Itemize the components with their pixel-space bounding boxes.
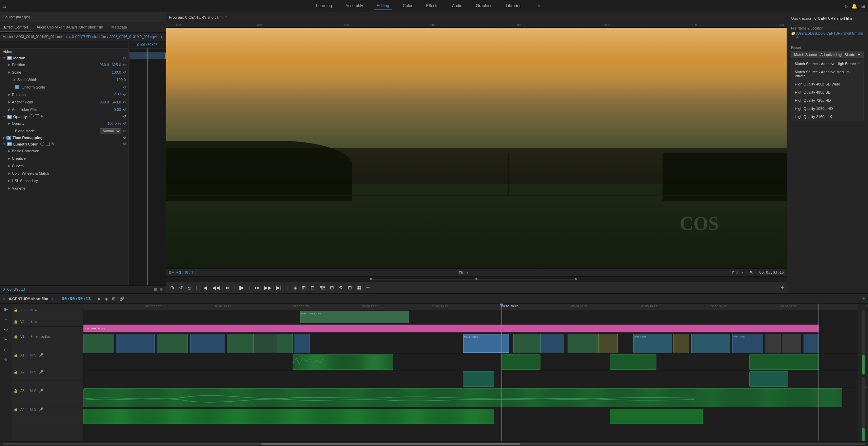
v1-clip-10[interactable]	[568, 334, 598, 353]
v1-clip-1[interactable]	[116, 334, 155, 353]
timeline-play-btn[interactable]: ▶	[96, 296, 102, 302]
select-tool[interactable]: ▶	[2, 305, 10, 313]
rate-stretch-tool[interactable]: ⇔	[2, 325, 10, 333]
add-button-timeline[interactable]: +	[862, 296, 865, 302]
position-bar[interactable]	[166, 276, 787, 281]
add-button-monitor[interactable]: +	[781, 285, 784, 291]
v1-clip-15[interactable]: A097_C012	[732, 334, 763, 353]
a1-lock-icon[interactable]: 🔒	[14, 353, 19, 357]
lumetri-reset-icon[interactable]: ↺	[123, 142, 126, 146]
v1-clip-5[interactable]	[254, 334, 277, 353]
opacity-reset-icon[interactable]: ↺	[123, 115, 126, 118]
anchor-y[interactable]: 540.0	[112, 100, 121, 104]
compare-btn[interactable]: ⊞	[329, 284, 335, 292]
ripple-edit-tool[interactable]: ↔	[2, 315, 10, 323]
uniform-scale-checkbox[interactable]: ✓	[15, 85, 19, 89]
time-remapping-header[interactable]: ▶ fx Time Remapping ↺	[0, 135, 129, 141]
opacity-value-reset[interactable]: ↺	[123, 122, 126, 125]
pen-tool[interactable]: ✎	[2, 356, 10, 364]
a3-solo-btn[interactable]: S	[34, 389, 36, 393]
fit-label[interactable]: Fit	[459, 271, 463, 275]
loop-btn[interactable]: ↺	[178, 284, 184, 292]
file-path-text[interactable]: /Users/../Desktop/0-CENTURY short film.m…	[796, 32, 864, 39]
sequence-menu-icon[interactable]: ≡	[52, 297, 54, 300]
timeline-timecode[interactable]: 00:00:39:13	[62, 296, 91, 301]
v3-main-title-clip[interactable]: main_title 3.mov	[300, 311, 409, 323]
nav-assembly[interactable]: Assembly	[343, 2, 366, 10]
rotation-value[interactable]: 0.3°	[114, 93, 121, 97]
share-icon[interactable]: ⎋	[845, 3, 847, 9]
export-frame-btn[interactable]: 📷	[318, 284, 327, 292]
scrollbar-thumb[interactable]	[261, 443, 520, 445]
a2-lock-icon[interactable]: 🔒	[14, 370, 19, 374]
v3-eye-icon[interactable]: 👁	[30, 308, 33, 312]
motion-reset-icon[interactable]: ↺	[123, 56, 126, 60]
nav-audio[interactable]: Audio	[449, 2, 465, 10]
a4-clip-1[interactable]	[610, 409, 703, 424]
v1-clip-17[interactable]	[782, 334, 801, 353]
settings-icon-ec[interactable]: ⚙	[160, 287, 163, 292]
v1-clip-6[interactable]	[277, 334, 293, 353]
preset-item-2[interactable]: High Quality 480p SD Wide	[791, 80, 864, 88]
go-to-in-btn[interactable]: ⏮	[223, 284, 231, 292]
nav-editing[interactable]: Editing	[374, 2, 392, 10]
v1-clip-8[interactable]	[513, 334, 540, 353]
file-path[interactable]: 📁 /Users/../Desktop/0-CENTURY short film…	[791, 32, 864, 39]
a1-clip-2[interactable]	[610, 354, 656, 370]
zoom-label[interactable]: Full	[732, 271, 738, 275]
safe-margins-btn[interactable]: ⊟	[347, 284, 353, 292]
a2-mute-btn[interactable]: M	[30, 370, 33, 374]
anti-flicker-reset[interactable]: ↺	[123, 108, 126, 112]
scale-value[interactable]: 100.0	[112, 70, 121, 74]
timeline-snap-btn[interactable]: ⊞	[111, 296, 117, 302]
v2-lock-icon[interactable]: 🔒	[14, 320, 19, 324]
blend-mode-select[interactable]: Normal	[100, 128, 121, 134]
add-marker-btn[interactable]: ◈	[292, 284, 298, 292]
v1-clip-16[interactable]	[765, 334, 781, 353]
v1-clip-3[interactable]	[190, 334, 225, 353]
preset-select[interactable]: Match Source - Adaptive High Bitrate ▼	[791, 51, 864, 58]
v1-clip-4[interactable]	[227, 334, 254, 353]
rotation-reset[interactable]: ↺	[123, 93, 126, 97]
frame-fwd-btn[interactable]: ▶▶	[263, 284, 273, 292]
a1-eye-icon[interactable]: M	[30, 353, 33, 357]
a1-clip-1[interactable]	[501, 354, 540, 370]
preset-item-5[interactable]: High Quality 1080p HD	[791, 104, 864, 113]
program-menu-icon[interactable]: ≡	[225, 15, 228, 19]
razor-tool[interactable]: ✂	[2, 335, 10, 344]
motion-header[interactable]: ▼ fx Motion ↺	[0, 55, 129, 61]
preset-item-4[interactable]: High Quality 720p HD	[791, 96, 864, 104]
lumetri-color-header[interactable]: ▼ fx Lumetri Color ✎ ↺	[0, 141, 129, 147]
scale-reset[interactable]: ↺	[123, 71, 126, 74]
anchor-x[interactable]: 960.0	[100, 100, 109, 104]
type-tool[interactable]: T	[2, 366, 10, 374]
play-btn[interactable]: ▶	[238, 283, 245, 293]
uniform-scale-reset[interactable]: ↺	[123, 85, 126, 89]
position-reset[interactable]: ↺	[123, 63, 126, 67]
tab-effect-controls[interactable]: Effect Controls	[0, 22, 33, 32]
opacity-value[interactable]: 100.0 %	[107, 121, 121, 125]
v1-clip-14[interactable]	[691, 334, 730, 353]
a2-clip-1[interactable]	[749, 371, 788, 387]
shuttle-btn[interactable]: ⊕	[169, 284, 176, 292]
time-remapping-reset[interactable]: ↺	[123, 136, 126, 140]
fit-chevron[interactable]: ▼	[466, 271, 469, 274]
a4-lock-icon[interactable]: 🔒	[14, 408, 19, 411]
scale-width-value[interactable]: 100.0	[116, 78, 126, 82]
grid-icon[interactable]: ⊞	[861, 3, 865, 9]
anti-flicker-value[interactable]: 0.00	[114, 108, 121, 112]
filter-icon[interactable]: ⊞	[154, 287, 157, 292]
blend-mode-reset[interactable]: ↺	[123, 129, 126, 133]
scrollbar-track[interactable]	[3, 443, 865, 445]
a3-main-clip[interactable]	[83, 388, 842, 407]
preset-item-3[interactable]: High Quality 480p SD	[791, 88, 864, 96]
v1-clip-18[interactable]	[804, 334, 819, 353]
slip-tool[interactable]: ⊕	[2, 346, 10, 354]
timeline-settings-icon[interactable]: ≡	[3, 297, 5, 301]
insert-clip-btn[interactable]: ⊞	[300, 284, 307, 292]
nav-effects[interactable]: Effects	[423, 2, 441, 10]
position-x[interactable]: 960.0	[100, 63, 109, 67]
opacity-header[interactable]: ▼ fx Opacity ✎ ↺	[0, 113, 129, 120]
v1-sync-icon[interactable]: ◈	[35, 335, 38, 338]
playback-res-btn[interactable]: ▦	[355, 284, 362, 292]
